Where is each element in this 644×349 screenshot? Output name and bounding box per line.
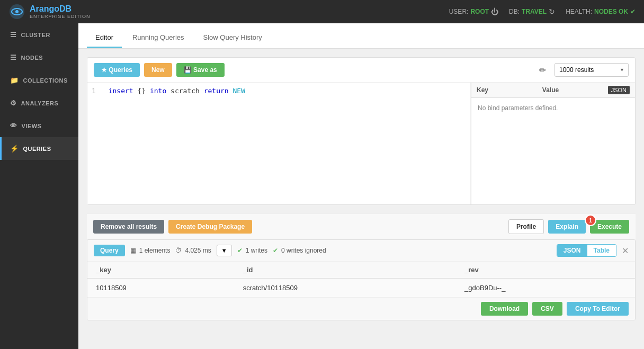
bind-params-panel: Key Value JSON No bind parameters define… (471, 83, 635, 204)
bind-empty-text: No bind parameters defined. (471, 98, 635, 118)
line-number-1: 1 (92, 87, 96, 95)
health-label: HEALTH: (566, 8, 592, 15)
db-refresh-icon[interactable]: ↻ (549, 7, 555, 16)
explain-button[interactable]: Explain (548, 220, 586, 234)
braces: {} (137, 87, 149, 95)
results-dropdown-btn[interactable]: ▼ (217, 245, 232, 256)
sidebar-item-cluster[interactable]: ☰ CLUSTER (0, 23, 78, 46)
keyword-into: into (150, 87, 166, 95)
queries-button[interactable]: ★ Queries (94, 63, 140, 77)
col-id: _id (235, 262, 456, 279)
keyword-scratch: scratch (171, 87, 204, 95)
sidebar-item-cluster-label: CLUSTER (21, 32, 50, 38)
close-result-btn[interactable]: ✕ (622, 246, 629, 256)
elements-meta: ▦ 1 elements (130, 247, 171, 254)
logo-edition: ENTERPRISE EDITION (30, 14, 91, 19)
result-table: _key _id _rev 10118509 scratch/10118509 … (87, 262, 635, 297)
sidebar-item-analyzers[interactable]: ⚙ ANALYZERS (0, 92, 78, 114)
sidebar-item-collections[interactable]: 📁 COLLECTIONS (0, 69, 78, 92)
table-icon: ▦ (130, 247, 136, 254)
health-info: HEALTH: NODES OK ✔ (566, 8, 636, 15)
logo-name: ArangoDB (30, 4, 91, 14)
query-badge: Query (94, 245, 125, 256)
results-select[interactable]: 1000 results 100 results 500 results 100… (554, 63, 629, 77)
writes-ignored-check-icon: ✔ (273, 247, 278, 254)
code-editor[interactable]: 1 insert {} into scratch return NEW (87, 83, 471, 204)
download-bar: Download CSV Copy To Editor (87, 297, 635, 320)
bind-params-header: Key Value JSON (471, 83, 635, 98)
elements-count: 1 elements (139, 247, 171, 254)
results-toolbar: Query ▦ 1 elements ⏱ 4.025 ms ▼ ✔ 1 writ… (87, 240, 635, 262)
results-section: Query ▦ 1 elements ⏱ 4.025 ms ▼ ✔ 1 writ… (87, 239, 636, 320)
tab-running-queries[interactable]: Running Queries (124, 28, 193, 48)
action-bar: Remove all results Create Debug Package … (87, 213, 636, 239)
main-layout: ☰ CLUSTER ☰ NODES 📁 COLLECTIONS ⚙ ANALYZ… (0, 23, 644, 349)
time-value: 4.025 ms (185, 247, 211, 254)
analyzers-icon: ⚙ (10, 99, 17, 107)
query-toolbar: ★ Queries New 💾 Save as ✏ 1000 results 1… (87, 58, 635, 83)
tab-editor[interactable]: Editor (87, 28, 122, 48)
profile-button[interactable]: Profile (508, 219, 544, 234)
pencil-icon: ✏ (539, 65, 546, 75)
execute-badge: 1 (585, 214, 596, 226)
sidebar-item-views[interactable]: 👁 VIEWS (0, 114, 78, 137)
topbar: ArangoDB ENTERPRISE EDITION USER: ROOT ⏻… (0, 0, 644, 23)
writes-ignored-count: 0 writes ignored (281, 247, 326, 254)
writes-count: 1 writes (246, 247, 267, 254)
health-ok-icon: ✔ (630, 8, 636, 15)
table-row: 10118509 scratch/10118509 _gdoB9Du--_ (87, 279, 635, 298)
user-power-icon[interactable]: ⏻ (491, 7, 498, 16)
save-as-button[interactable]: 💾 Save as (176, 63, 225, 77)
execute-wrap: 1 Execute (590, 220, 629, 234)
json-view-btn[interactable]: JSON (557, 245, 587, 256)
table-header-row: _key _id _rev (87, 262, 635, 279)
sidebar-item-views-label: VIEWS (22, 123, 42, 129)
tab-slow-query-history[interactable]: Slow Query History (195, 28, 271, 48)
json-toggle-btn[interactable]: JSON (608, 86, 630, 94)
csv-button[interactable]: CSV (532, 302, 562, 316)
sidebar-item-nodes-label: NODES (21, 55, 43, 61)
key-col-label: Key (477, 86, 542, 94)
sidebar-item-nodes[interactable]: ☰ NODES (0, 46, 78, 69)
queries-icon: ⚡ (10, 145, 19, 153)
cell-rev: _gdoB9Du--_ (456, 279, 635, 298)
content-area: Editor Running Queries Slow Query Histor… (78, 23, 644, 349)
clock-icon: ⏱ (175, 247, 182, 254)
value-col-label: Value (542, 86, 608, 94)
col-key: _key (87, 262, 235, 279)
views-icon: 👁 (10, 122, 17, 130)
new-button[interactable]: New (144, 63, 172, 77)
topbar-right: USER: ROOT ⏻ DB: TRAVEL ↻ HEALTH: NODES … (449, 7, 636, 16)
sidebar-item-queries-label: QUERIES (23, 146, 51, 152)
sidebar-item-collections-label: COLLECTIONS (23, 77, 68, 84)
results-select-wrap[interactable]: 1000 results 100 results 500 results 100… (554, 63, 629, 77)
writes-check-icon: ✔ (237, 247, 243, 254)
table-view-btn[interactable]: Table (587, 245, 616, 256)
sidebar-item-queries[interactable]: ⚡ QUERIES (0, 137, 78, 160)
logo-text: ArangoDB ENTERPRISE EDITION (30, 4, 91, 19)
download-button[interactable]: Download (481, 302, 528, 316)
arangodb-logo-icon (8, 3, 25, 20)
db-info: DB: TRAVEL ↻ (509, 7, 555, 16)
copy-to-editor-button[interactable]: Copy To Editor (567, 302, 629, 316)
remove-all-button[interactable]: Remove all results (93, 220, 164, 234)
health-value: NODES OK (594, 8, 628, 15)
debug-package-button[interactable]: Create Debug Package (168, 220, 252, 234)
keyword-insert: insert (109, 87, 133, 95)
sidebar: ☰ CLUSTER ☰ NODES 📁 COLLECTIONS ⚙ ANALYZ… (0, 23, 78, 349)
writes-ignored-meta: ✔ 0 writes ignored (273, 247, 326, 254)
query-editor-area: ★ Queries New 💾 Save as ✏ 1000 results 1… (87, 57, 636, 205)
collections-icon: 📁 (10, 76, 19, 84)
keyword-return: return (204, 87, 229, 95)
editor-row: 1 insert {} into scratch return NEW Key … (87, 83, 635, 204)
user-value: ROOT (470, 8, 489, 15)
svg-point-2 (15, 10, 19, 13)
db-value: TRAVEL (522, 8, 547, 15)
writes-meta: ✔ 1 writes (237, 247, 267, 254)
keyword-new: NEW (233, 87, 245, 95)
col-rev: _rev (456, 262, 635, 279)
user-info: USER: ROOT ⏻ (449, 7, 498, 16)
cell-id: scratch/10118509 (235, 279, 456, 298)
nodes-icon: ☰ (10, 53, 17, 61)
cluster-icon: ☰ (10, 31, 17, 39)
